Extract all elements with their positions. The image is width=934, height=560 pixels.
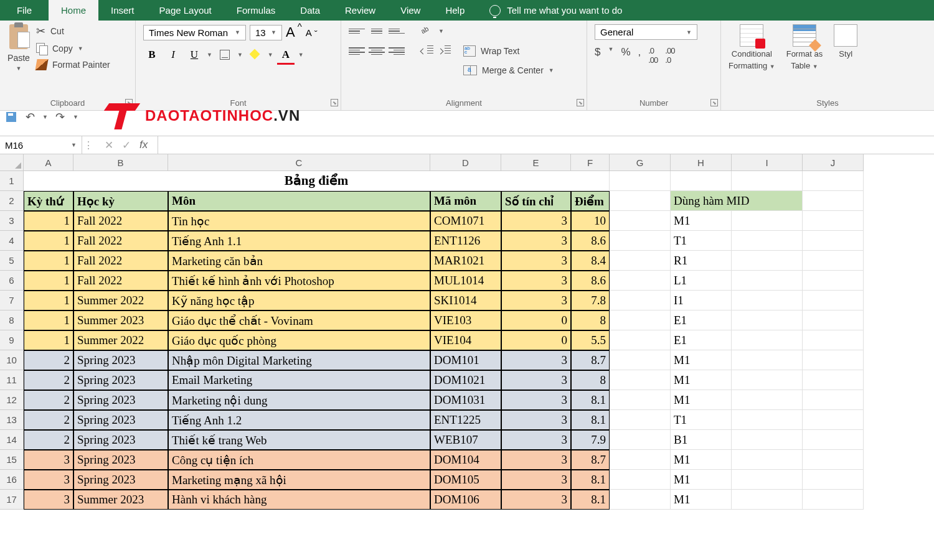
cell[interactable]: Tin học <box>168 211 430 231</box>
decrease-decimal-button[interactable]: .00.0 <box>665 46 674 65</box>
cell[interactable]: 3 <box>501 271 571 291</box>
column-header-E[interactable]: E <box>501 154 571 171</box>
row-header-12[interactable]: 12 <box>0 390 24 410</box>
cell[interactable]: Spring 2023 <box>73 350 168 370</box>
undo-button[interactable]: ↶ <box>24 111 36 123</box>
cell[interactable] <box>610 370 671 390</box>
cell[interactable]: 8.7 <box>571 350 610 370</box>
cell[interactable]: 2 <box>24 350 73 370</box>
tab-page-layout[interactable]: Page Layout <box>147 0 224 21</box>
cell[interactable] <box>610 271 671 291</box>
chevron-down-icon[interactable]: ▼ <box>298 52 304 58</box>
italic-button[interactable]: I <box>164 47 182 63</box>
cell[interactable]: ENT1225 <box>430 410 501 430</box>
cell[interactable]: T1 <box>671 410 732 430</box>
cell[interactable] <box>803 370 864 390</box>
tab-review[interactable]: Review <box>333 0 388 21</box>
cell[interactable]: 3 <box>501 350 571 370</box>
cell[interactable] <box>732 350 803 370</box>
accounting-button[interactable]: $ <box>595 46 600 65</box>
cell[interactable]: Fall 2022 <box>73 251 168 271</box>
cell[interactable]: 3 <box>501 291 571 310</box>
cell[interactable]: Fall 2022 <box>73 211 168 231</box>
cell[interactable]: Spring 2023 <box>73 370 168 390</box>
cell[interactable]: 1 <box>24 211 73 231</box>
tell-me[interactable]: Tell me what you want to do <box>489 5 622 16</box>
cell[interactable]: 1 <box>24 271 73 291</box>
cell[interactable]: 0 <box>501 330 571 350</box>
cell[interactable] <box>610 470 671 490</box>
cell[interactable] <box>732 211 803 231</box>
cell[interactable] <box>610 330 671 350</box>
increase-decimal-button[interactable]: .0.00 <box>648 46 658 65</box>
cell[interactable] <box>803 470 864 490</box>
cell[interactable]: VIE104 <box>430 330 501 350</box>
cell[interactable]: Thiết kế hình ảnh với Photoshop <box>168 271 430 291</box>
borders-button[interactable] <box>216 47 234 63</box>
cell[interactable] <box>803 430 864 450</box>
row-header-13[interactable]: 13 <box>0 410 24 430</box>
cell[interactable] <box>610 211 671 231</box>
cell[interactable]: Spring 2023 <box>73 410 168 430</box>
cell[interactable]: 3 <box>24 450 73 470</box>
column-header-A[interactable]: A <box>24 154 73 171</box>
cell[interactable] <box>803 171 864 191</box>
tab-view[interactable]: View <box>388 0 433 21</box>
cell[interactable] <box>610 310 671 330</box>
cell[interactable] <box>732 450 803 470</box>
row-header-3[interactable]: 3 <box>0 211 24 231</box>
cell[interactable]: 2 <box>24 390 73 410</box>
column-header-J[interactable]: J <box>803 154 864 171</box>
column-header-C[interactable]: C <box>168 154 430 171</box>
font-name-combo[interactable]: Times New Roman▼ <box>143 25 246 40</box>
cell[interactable] <box>610 231 671 251</box>
cell[interactable]: 3 <box>24 470 73 490</box>
chevron-down-icon[interactable]: ▼ <box>73 114 78 120</box>
cell[interactable] <box>732 390 803 410</box>
increase-indent-button[interactable] <box>437 45 451 57</box>
tab-data[interactable]: Data <box>288 0 333 21</box>
underline-button[interactable]: U <box>186 47 203 63</box>
cell[interactable]: 1 <box>24 330 73 350</box>
cell[interactable]: 3 <box>501 490 571 510</box>
cell[interactable] <box>732 490 803 510</box>
merge-center-button[interactable]: Merge & Center▼ <box>463 65 554 75</box>
dialog-launcher-icon[interactable]: ⬊ <box>331 99 338 106</box>
cell[interactable] <box>610 430 671 450</box>
cell[interactable]: 3 <box>501 231 571 251</box>
chevron-down-icon[interactable]: ▼ <box>237 52 243 58</box>
cell[interactable] <box>803 310 864 330</box>
cell[interactable]: DOM101 <box>430 350 501 370</box>
cell[interactable]: E1 <box>671 330 732 350</box>
tab-help[interactable]: Help <box>433 0 477 21</box>
cell-styles-button[interactable]: Styl <box>834 24 857 96</box>
cell[interactable]: DOM106 <box>430 490 501 510</box>
cell[interactable]: Số tín chỉ <box>501 191 571 211</box>
chevron-down-icon[interactable]: ▼ <box>42 114 48 120</box>
align-right-button[interactable] <box>389 44 405 58</box>
cell[interactable]: COM1071 <box>430 211 501 231</box>
cell[interactable]: DOM1021 <box>430 370 501 390</box>
increase-font-button[interactable]: A^ <box>286 24 302 40</box>
row-header-9[interactable]: 9 <box>0 330 24 350</box>
tab-home[interactable]: Home <box>49 0 98 21</box>
cell[interactable]: Marketing căn bản <box>168 251 430 271</box>
cell[interactable]: 8.1 <box>571 410 610 430</box>
cell[interactable]: Dùng hàm MID <box>671 191 803 211</box>
chevron-down-icon[interactable]: ▼ <box>608 46 613 65</box>
cell[interactable]: Mã môn <box>430 191 501 211</box>
cell[interactable]: 8 <box>571 370 610 390</box>
cell[interactable] <box>732 171 803 191</box>
cell[interactable]: 3 <box>501 410 571 430</box>
cell[interactable]: Summer 2023 <box>73 490 168 510</box>
cell[interactable]: E1 <box>671 310 732 330</box>
cell[interactable]: Fall 2022 <box>73 271 168 291</box>
cell[interactable]: Summer 2023 <box>73 310 168 330</box>
column-header-I[interactable]: I <box>732 154 803 171</box>
cell[interactable]: 8.1 <box>571 470 610 490</box>
cell[interactable]: M1 <box>671 350 732 370</box>
cell[interactable] <box>610 291 671 310</box>
cell[interactable]: Tiếng Anh 1.1 <box>168 231 430 251</box>
cell[interactable]: L1 <box>671 271 732 291</box>
cancel-icon[interactable]: ✕ <box>105 139 113 152</box>
